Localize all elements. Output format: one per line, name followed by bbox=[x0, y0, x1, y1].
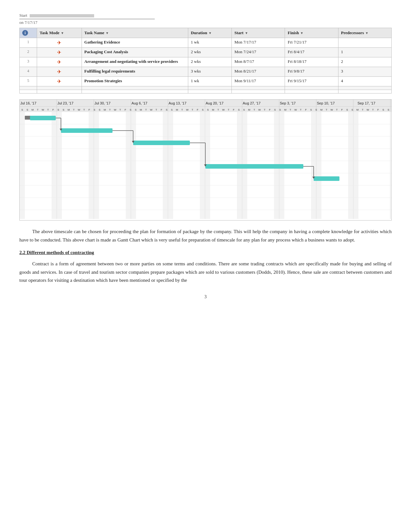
svg-text:F: F bbox=[89, 108, 90, 111]
task-predecessors-cell: 4 bbox=[338, 77, 391, 86]
th-task-name[interactable]: Task Name ▼ bbox=[82, 28, 188, 38]
svg-rect-114 bbox=[25, 116, 31, 120]
task-start-cell: Mon 9/11/17 bbox=[232, 77, 285, 86]
svg-text:T: T bbox=[145, 108, 147, 111]
svg-text:S: S bbox=[99, 108, 100, 111]
task-name-cell: Packaging Cost Analysis bbox=[82, 48, 188, 57]
svg-text:S: S bbox=[243, 108, 245, 111]
th-predecessors[interactable]: Predecessors ▼ bbox=[338, 28, 391, 38]
svg-text:T: T bbox=[264, 108, 266, 111]
task-start-cell: Mon 7/24/17 bbox=[232, 48, 285, 57]
section-heading-2-2: 2.2 Different methods of contracting bbox=[19, 250, 392, 255]
task-predecessors-cell bbox=[338, 86, 391, 90]
task-mode-icon: ✈ bbox=[57, 69, 61, 74]
table-row: 1✈Gathering Evidence1 wkMon 7/17/17Fri 7… bbox=[20, 38, 392, 48]
svg-text:M: M bbox=[212, 108, 214, 111]
svg-text:Aug 6, '17: Aug 6, '17 bbox=[132, 101, 147, 105]
th-finish[interactable]: Finish ▼ bbox=[285, 28, 338, 38]
svg-text:W: W bbox=[186, 108, 189, 111]
row-number: 1 bbox=[20, 38, 37, 48]
gantt-section: Start on 7/17/17 i Task Mode ▼ bbox=[19, 13, 392, 94]
task-predecessors-cell: 3 bbox=[338, 67, 391, 77]
svg-text:W: W bbox=[367, 108, 369, 111]
task-mode-icon: ✈ bbox=[57, 40, 61, 45]
svg-text:Aug 13, '17: Aug 13, '17 bbox=[169, 101, 186, 105]
row-number: 4 bbox=[20, 67, 37, 77]
svg-text:S: S bbox=[382, 108, 384, 111]
svg-text:S: S bbox=[207, 108, 209, 111]
task-duration-cell: 3 wks bbox=[188, 67, 232, 77]
start-label: Start bbox=[19, 13, 155, 19]
finish-sort-arrow: ▼ bbox=[300, 31, 303, 35]
table-row: 2✈Packaging Cost Analysis2 wksMon 7/24/1… bbox=[20, 48, 392, 57]
svg-text:S: S bbox=[166, 108, 167, 111]
task-mode-icon: ✈ bbox=[57, 79, 61, 84]
gantt-bar-1 bbox=[30, 116, 56, 120]
table-row: 4✈Fulfilling legal requirements3 wksMon … bbox=[20, 67, 392, 77]
th-duration-label: Duration bbox=[191, 30, 207, 35]
svg-text:Sep 3, '17: Sep 3, '17 bbox=[280, 101, 296, 105]
svg-text:Jul 23, '17: Jul 23, '17 bbox=[57, 101, 73, 105]
task-mode-icon: ✈ bbox=[57, 50, 61, 55]
svg-text:M: M bbox=[104, 108, 106, 111]
task-predecessors-cell bbox=[338, 38, 391, 48]
svg-text:S: S bbox=[171, 108, 172, 111]
task-duration-cell: 1 wk bbox=[188, 38, 232, 48]
svg-text:T: T bbox=[362, 108, 364, 111]
svg-text:F: F bbox=[341, 108, 343, 111]
svg-text:S: S bbox=[274, 108, 276, 111]
task-duration-cell bbox=[188, 90, 232, 94]
task-duration-cell bbox=[188, 86, 232, 90]
svg-text:F: F bbox=[233, 108, 235, 111]
task-start-cell bbox=[232, 90, 285, 94]
task-mode-icon: ✈ bbox=[57, 59, 61, 65]
task-predecessors-cell: 1 bbox=[338, 48, 391, 57]
task-mode-cell bbox=[37, 86, 82, 90]
svg-rect-32 bbox=[20, 112, 25, 219]
th-info: i bbox=[20, 28, 37, 38]
task-mode-cell: ✈ bbox=[37, 67, 82, 77]
svg-rect-33 bbox=[52, 112, 62, 219]
task-finish-cell: Fri 7/21/17 bbox=[285, 38, 338, 48]
svg-text:F: F bbox=[197, 108, 199, 111]
svg-text:S: S bbox=[387, 108, 389, 111]
th-mode-label: Task Mode bbox=[40, 30, 59, 35]
page: Start on 7/17/17 i Task Mode ▼ bbox=[0, 0, 411, 532]
table-row bbox=[20, 86, 392, 90]
svg-text:S: S bbox=[130, 108, 131, 111]
th-name-label: Task Name bbox=[84, 30, 104, 35]
svg-text:S: S bbox=[63, 108, 64, 111]
table-row bbox=[20, 90, 392, 94]
task-finish-cell: Fri 8/4/17 bbox=[285, 48, 338, 57]
th-duration[interactable]: Duration ▼ bbox=[188, 28, 232, 38]
page-number: 3 bbox=[19, 294, 392, 300]
gantt-bar-4 bbox=[205, 164, 303, 169]
svg-text:S: S bbox=[310, 108, 312, 111]
svg-text:T: T bbox=[326, 108, 328, 111]
svg-rect-41 bbox=[348, 112, 358, 219]
svg-text:M: M bbox=[357, 108, 359, 111]
table-row: 5✈Promotion Strategies1 wkMon 9/11/17Fri… bbox=[20, 77, 392, 86]
svg-text:T: T bbox=[372, 108, 374, 111]
name-sort-arrow: ▼ bbox=[106, 31, 109, 35]
svg-text:S: S bbox=[315, 108, 317, 111]
svg-text:W: W bbox=[294, 108, 297, 111]
svg-text:S: S bbox=[57, 108, 59, 111]
svg-text:T: T bbox=[290, 108, 291, 111]
svg-text:S: S bbox=[351, 108, 353, 111]
task-predecessors-cell: 2 bbox=[338, 57, 391, 67]
svg-text:T: T bbox=[192, 108, 193, 111]
th-start[interactable]: Start ▼ bbox=[232, 28, 285, 38]
th-task-mode[interactable]: Task Mode ▼ bbox=[37, 28, 82, 38]
gantt-chart: Jul 16, '17 Jul 23, '17 Jul 30, '17 Aug … bbox=[19, 99, 392, 221]
svg-text:F: F bbox=[161, 108, 162, 111]
task-table: i Task Mode ▼ Task Name ▼ bbox=[19, 28, 392, 94]
task-start-cell bbox=[232, 86, 285, 90]
svg-text:F: F bbox=[269, 108, 271, 111]
svg-text:Aug 20, '17: Aug 20, '17 bbox=[206, 101, 223, 105]
svg-text:M: M bbox=[248, 108, 250, 111]
svg-text:T: T bbox=[83, 108, 85, 111]
gantt-svg-wrapper: Jul 16, '17 Jul 23, '17 Jul 30, '17 Aug … bbox=[20, 100, 391, 220]
row-number bbox=[20, 86, 37, 90]
svg-text:T: T bbox=[300, 108, 302, 111]
